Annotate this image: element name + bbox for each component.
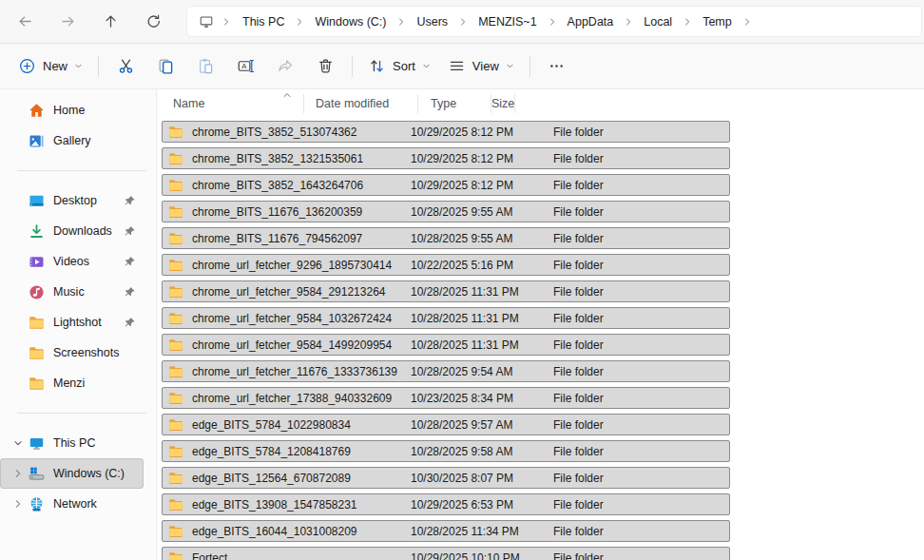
pin-icon — [124, 225, 136, 238]
file-type: File folder — [542, 152, 656, 165]
breadcrumb-item[interactable]: AppData — [560, 11, 622, 32]
file-row[interactable]: edge_BITS_12564_670872089 10/30/2025 8:0… — [162, 467, 730, 489]
column-header-date-modified[interactable]: Date modified — [304, 94, 418, 113]
breadcrumb-item[interactable]: Windows (C:) — [307, 11, 394, 32]
file-row[interactable]: chrome_url_fetcher_9584_1032672424 10/28… — [162, 307, 730, 329]
toolbar-separator — [352, 56, 353, 77]
file-row[interactable]: chrome_BITS_11676_794562097 10/28/2025 9… — [162, 227, 730, 249]
folder-icon — [168, 178, 183, 193]
breadcrumb-item[interactable]: This PC — [235, 11, 292, 32]
sort-arrows-icon — [368, 57, 386, 75]
file-row[interactable]: chrome_BITS_3852_1643264706 10/29/2025 8… — [162, 174, 730, 196]
svg-text:A: A — [241, 62, 247, 70]
file-row[interactable]: edge_BITS_13908_1547858231 10/29/2025 6:… — [162, 493, 730, 515]
file-row[interactable]: chrome_url_fetcher_9584_291213264 10/28/… — [162, 280, 730, 302]
file-name: chrome_BITS_11676_136200359 — [192, 205, 362, 219]
file-name: chrome_BITS_3852_1321535061 — [192, 152, 363, 165]
navigation-bar: This PC Windows (C:) Users MENZIS~1 — [0, 0, 924, 44]
sidebar-item-label: Home — [53, 104, 85, 117]
breadcrumb-item[interactable]: Temp — [695, 11, 740, 32]
breadcrumb-item[interactable]: Local — [636, 11, 680, 32]
folder-icon — [168, 311, 183, 326]
file-name: edge_BITS_5784_1022980834 — [192, 418, 351, 432]
music-icon — [29, 284, 45, 300]
refresh-button[interactable] — [134, 6, 172, 38]
file-type: File folder — [542, 285, 656, 299]
file-row[interactable]: chrome_BITS_3852_513074362 10/29/2025 8:… — [162, 121, 730, 143]
file-row[interactable]: chrome_url_fetcher_9584_1499209954 10/28… — [162, 334, 730, 356]
file-list-pane: Name Date modified Type Size chrome_BITS… — [157, 89, 924, 560]
file-type: File folder — [542, 392, 656, 405]
file-type: File folder — [542, 445, 656, 458]
cut-button[interactable] — [106, 49, 145, 84]
file-row[interactable]: edge_BITS_16044_1031008209 10/28/2025 11… — [162, 520, 730, 542]
gallery-icon — [29, 133, 45, 149]
up-button[interactable] — [91, 6, 129, 38]
rename-icon: A — [237, 57, 255, 75]
forward-button[interactable] — [48, 6, 87, 38]
file-date-modified: 10/28/2025 9:57 AM — [399, 418, 542, 432]
file-row[interactable]: chrome_url_fetcher_9296_1895730414 10/22… — [162, 254, 730, 276]
back-button[interactable] — [6, 6, 44, 38]
breadcrumb-item[interactable]: Users — [409, 11, 455, 32]
chevron-right-icon[interactable] — [11, 497, 25, 511]
sidebar-item[interactable]: Menzi — [0, 368, 144, 398]
file-row[interactable]: chrome_BITS_3852_1321535061 10/29/2025 8… — [162, 147, 730, 169]
file-type: File folder — [542, 126, 656, 139]
sidebar-item[interactable]: Videos — [0, 246, 144, 277]
sidebar-item-label: Screenshots — [53, 346, 119, 359]
sidebar-item-label: Menzi — [53, 377, 85, 390]
rename-button[interactable]: A — [225, 49, 265, 84]
delete-button[interactable] — [305, 49, 345, 84]
refresh-icon — [145, 13, 162, 29]
folder-icon — [168, 125, 183, 140]
folder-icon — [168, 524, 183, 539]
sidebar-tree-item[interactable]: Windows (C:) — [0, 458, 144, 489]
file-row[interactable]: chrome_url_fetcher_11676_1333736139 10/2… — [162, 360, 730, 382]
file-row[interactable]: chrome_url_fetcher_17388_940332609 10/23… — [162, 387, 730, 409]
file-type: File folder — [542, 338, 656, 352]
file-date-modified: 10/22/2025 5:16 PM — [399, 259, 542, 272]
sidebar-item[interactable]: Downloads — [0, 216, 144, 246]
file-date-modified: 10/29/2025 8:12 PM — [399, 179, 542, 192]
file-row[interactable]: chrome_BITS_11676_136200359 10/28/2025 9… — [162, 201, 730, 222]
drive-icon — [29, 466, 45, 482]
sidebar-item[interactable]: Gallery — [0, 126, 144, 156]
sidebar-item[interactable]: Music — [0, 277, 144, 307]
file-row[interactable]: Fortect 10/29/2025 10:10 PM File folder — [162, 547, 730, 560]
paste-button[interactable] — [185, 49, 225, 84]
view-button[interactable]: View — [439, 49, 523, 84]
file-name: Fortect — [192, 551, 227, 560]
command-toolbar: New A Sort View — [0, 44, 924, 89]
folder-icon — [168, 364, 183, 379]
column-header-size[interactable]: Size — [491, 94, 515, 113]
file-name: chrome_url_fetcher_9296_1895730414 — [192, 259, 392, 272]
file-date-modified: 10/28/2025 9:55 AM — [399, 205, 542, 219]
navigation-pane: Home Gallery Desktop — [0, 89, 157, 560]
chevron-down-icon[interactable] — [11, 436, 25, 450]
chevron-right-icon[interactable] — [11, 467, 25, 480]
sidebar-tree-item[interactable]: This PC — [0, 428, 144, 458]
address-bar[interactable]: This PC Windows (C:) Users MENZIS~1 — [186, 6, 922, 37]
sort-button[interactable]: Sort — [359, 49, 439, 84]
more-options-button[interactable] — [537, 49, 577, 84]
sidebar-item[interactable]: Screenshots — [0, 338, 144, 368]
chevron-down-icon — [422, 62, 431, 70]
folder-icon — [168, 151, 183, 166]
share-button[interactable] — [265, 49, 305, 84]
new-button[interactable]: New — [10, 49, 91, 84]
file-type: File folder — [542, 498, 656, 512]
sidebar-item[interactable]: Desktop — [0, 185, 144, 216]
file-row[interactable]: edge_BITS_5784_1022980834 10/28/2025 9:5… — [162, 414, 730, 435]
file-type: File folder — [542, 472, 656, 485]
sidebar-item[interactable]: Home — [0, 95, 144, 126]
column-header-type[interactable]: Type — [418, 94, 491, 113]
sidebar-item[interactable]: Lightshot — [0, 307, 144, 338]
file-name: chrome_url_fetcher_17388_940332609 — [192, 392, 392, 405]
file-name: chrome_BITS_11676_794562097 — [192, 232, 362, 245]
copy-button[interactable] — [145, 49, 185, 84]
sidebar-tree-item[interactable]: Network — [0, 489, 144, 519]
breadcrumb-item[interactable]: MENZIS~1 — [471, 11, 544, 32]
videos-icon — [29, 254, 45, 270]
file-row[interactable]: edge_BITS_5784_1208418769 10/28/2025 9:5… — [162, 440, 730, 462]
